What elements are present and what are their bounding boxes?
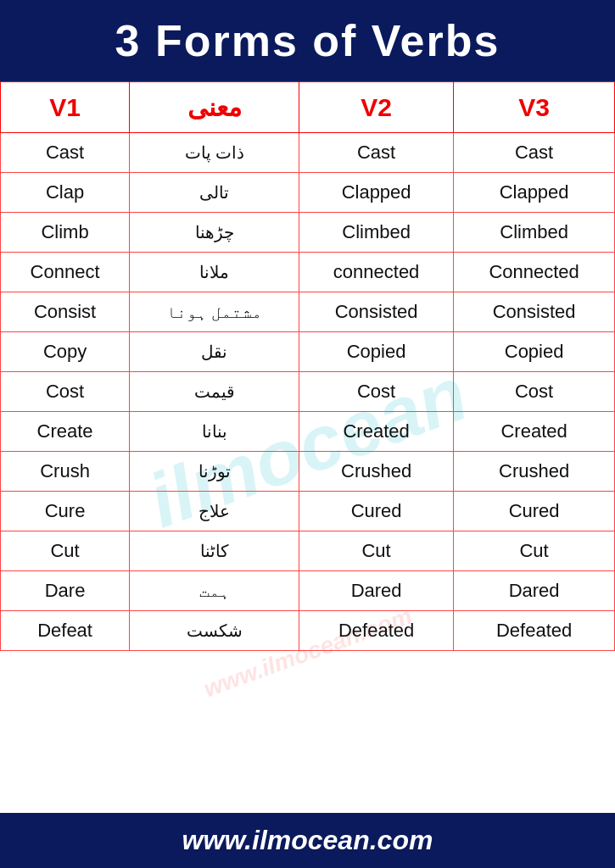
cell-v2: Cost [299,372,453,412]
cell-v2: Created [299,412,453,452]
cell-v2: Climbed [299,213,453,253]
cell-v3: Cost [454,372,615,412]
cell-v3: Clapped [454,173,615,213]
cell-v3: Crushed [454,452,615,492]
cell-v2: Dared [299,571,453,611]
cell-meaning: ملانا [130,253,299,292]
page-footer: www.ilmocean.com [0,813,615,868]
cell-v1: Consist [1,292,130,332]
cell-meaning: ہمت [130,571,299,611]
cell-meaning: چڑھنا [130,213,299,253]
cell-meaning: بنانا [130,412,299,452]
cell-v3: Consisted [454,292,615,332]
cell-v2: Defeated [299,611,453,651]
cell-v1: Cut [1,531,130,571]
table-row: ClapتالیClappedClapped [1,173,615,213]
cell-v1: Clap [1,173,130,213]
cell-v3: Dared [454,571,615,611]
cell-v2: Consisted [299,292,453,332]
cell-v2: Crushed [299,452,453,492]
col-meaning-header: معنی [130,82,299,133]
cell-v1: Climb [1,213,130,253]
cell-meaning: نقل [130,332,299,372]
cell-v2: Cut [299,531,453,571]
table-container: ilmocean www.ilmocean.com V1 معنی V2 V3 … [0,81,615,813]
cell-v1: Cost [1,372,130,412]
cell-v3: Copied [454,332,615,372]
table-row: Castذات پاتCastCast [1,133,615,173]
table-row: CostقیمتCostCost [1,372,615,412]
cell-v3: Climbed [454,213,615,253]
cell-v2: Copied [299,332,453,372]
cell-v3: Cured [454,492,615,531]
cell-v3: Connected [454,253,615,292]
cell-v1: Connect [1,253,130,292]
table-row: CutکاٹناCutCut [1,531,615,571]
cell-meaning: ذات پات [130,133,299,173]
cell-meaning: علاج [130,492,299,531]
table-row: CopyنقلCopiedCopied [1,332,615,372]
cell-meaning: مشتمل ہونا [130,292,299,332]
cell-v2: Cured [299,492,453,531]
cell-meaning: قیمت [130,372,299,412]
table-row: CreateبناناCreatedCreated [1,412,615,452]
cell-meaning: کاٹنا [130,531,299,571]
cell-v2: Clapped [299,173,453,213]
page-header: 3 Forms of Verbs [0,0,615,81]
cell-meaning: توڑنا [130,452,299,492]
cell-v3: Cut [454,531,615,571]
table-row: DareہمتDaredDared [1,571,615,611]
cell-v1: Cast [1,133,130,173]
cell-v2: Cast [299,133,453,173]
table-row: Consistمشتمل ہوناConsistedConsisted [1,292,615,332]
verbs-table: V1 معنی V2 V3 Castذات پاتCastCastClapتال… [0,81,615,651]
col-v2-header: V2 [299,82,453,133]
table-header-row: V1 معنی V2 V3 [1,82,615,133]
cell-v3: Cast [454,133,615,173]
page-title: 3 Forms of Verbs [17,15,598,66]
cell-v1: Copy [1,332,130,372]
cell-v3: Defeated [454,611,615,651]
cell-v2: connected [299,253,453,292]
table-row: ConnectملاناconnectedConnected [1,253,615,292]
cell-v1: Create [1,412,130,452]
cell-v3: Created [454,412,615,452]
cell-v1: Defeat [1,611,130,651]
cell-meaning: تالی [130,173,299,213]
table-row: CrushتوڑناCrushedCrushed [1,452,615,492]
table-row: CureعلاجCuredCured [1,492,615,531]
cell-v1: Cure [1,492,130,531]
col-v1-header: V1 [1,82,130,133]
cell-meaning: شکست [130,611,299,651]
cell-v1: Dare [1,571,130,611]
table-row: DefeatشکستDefeatedDefeated [1,611,615,651]
footer-url: www.ilmocean.com [182,825,433,855]
cell-v1: Crush [1,452,130,492]
col-v3-header: V3 [454,82,615,133]
table-row: ClimbچڑھناClimbedClimbed [1,213,615,253]
